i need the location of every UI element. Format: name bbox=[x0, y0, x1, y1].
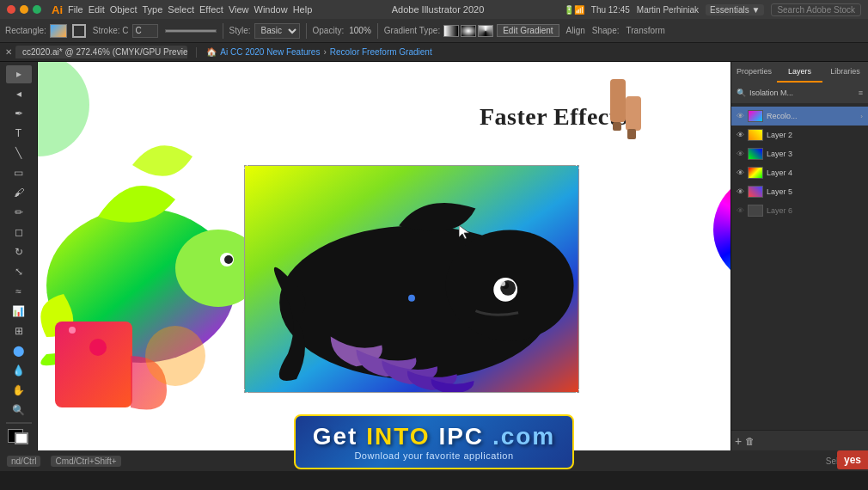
layer-2-visibility-icon[interactable]: 👁 bbox=[737, 131, 744, 139]
svg-rect-16 bbox=[55, 322, 132, 407]
direct-selection-tool[interactable]: ◂ bbox=[6, 85, 32, 103]
window-controls[interactable] bbox=[7, 5, 41, 14]
svg-point-15 bbox=[408, 295, 415, 302]
rotate-tool[interactable]: ↻ bbox=[6, 243, 32, 261]
menu-window[interactable]: Window bbox=[254, 4, 288, 15]
scale-tool[interactable]: ⤡ bbox=[6, 263, 32, 281]
layer-item-2[interactable]: 👁 Layer 2 bbox=[731, 126, 868, 144]
maximize-button[interactable] bbox=[33, 5, 41, 14]
user-name: Martin Perhiniak bbox=[637, 5, 699, 15]
layer-5-thumbnail bbox=[748, 186, 763, 198]
edit-gradient-button[interactable]: Edit Gradient bbox=[497, 24, 559, 37]
style-dropdown[interactable]: Basic bbox=[254, 23, 300, 39]
svg-rect-2 bbox=[627, 129, 636, 139]
status-bar: nd/Ctrl Cmd/Ctrl+Shift+ Selection bbox=[0, 450, 868, 471]
menu-object[interactable]: Object bbox=[110, 4, 138, 15]
titlebar: Ai File Edit Object Type Select Effect V… bbox=[0, 0, 868, 19]
layer-item-6[interactable]: 👁 Layer 6 bbox=[731, 201, 868, 220]
active-tab[interactable]: cc2020.ai* @ 272.46% (CMYK/GPU Preview) bbox=[15, 46, 187, 58]
selection-tool[interactable]: ▸ bbox=[6, 65, 32, 83]
separator-1 bbox=[223, 23, 223, 39]
minimize-button[interactable] bbox=[20, 5, 28, 14]
color-swatches[interactable] bbox=[6, 427, 32, 447]
brush-tool[interactable]: 🖌 bbox=[6, 184, 32, 202]
delete-layer-icon[interactable]: 🗑 bbox=[745, 436, 755, 446]
type-tool[interactable]: T bbox=[6, 125, 32, 143]
search-stock-input[interactable]: Search Adobe Stock bbox=[771, 3, 861, 16]
svg-rect-0 bbox=[610, 79, 626, 122]
tab-libraries[interactable]: Libraries bbox=[822, 62, 868, 83]
menu-file[interactable]: File bbox=[68, 4, 83, 15]
layers-footer: + 🗑 bbox=[731, 430, 868, 450]
whale-gradient-background bbox=[245, 166, 578, 392]
graph-tool[interactable]: 📊 bbox=[6, 302, 32, 320]
hand-tool[interactable]: ✋ bbox=[6, 381, 32, 399]
titlebar-right: 🔋📶 Thu 12:45 Martin Perhiniak Essentials… bbox=[564, 3, 861, 16]
style-label: Style: bbox=[229, 26, 251, 35]
svg-point-18 bbox=[69, 327, 76, 334]
gradient-tool[interactable]: ⬤ bbox=[6, 341, 32, 359]
tab-layers[interactable]: Layers bbox=[777, 62, 822, 83]
menu-help[interactable]: Help bbox=[293, 4, 313, 15]
opacity-label: Opacity: bbox=[313, 26, 345, 35]
layers-options-icon[interactable]: ≡ bbox=[859, 89, 863, 97]
breadcrumb-2[interactable]: Recolor Freeform Gradient bbox=[330, 47, 432, 57]
layer-visibility-icon[interactable]: 👁 bbox=[737, 112, 744, 120]
close-button[interactable] bbox=[7, 5, 15, 14]
layer-5-visibility-icon[interactable]: 👁 bbox=[737, 187, 744, 196]
freeform-gradient-btn[interactable] bbox=[478, 25, 493, 37]
eyedropper-tool[interactable]: 💧 bbox=[6, 361, 32, 379]
system-icons: 🔋📶 bbox=[564, 5, 584, 15]
layer-6-visibility-icon[interactable]: 👁 bbox=[737, 206, 744, 215]
zoom-tool[interactable]: 🔍 bbox=[6, 401, 32, 419]
layer-2-thumbnail bbox=[748, 129, 763, 141]
layer-item-5[interactable]: 👁 Layer 5 bbox=[731, 182, 868, 201]
main-area: ▸ ◂ ✒ T ╲ ▭ 🖌 ✏ ◻ ↻ ⤡ ≈ 📊 ⊞ ⬤ 💧 ✋ 🔍 Fast… bbox=[0, 62, 868, 450]
canvas-area[interactable]: Faster Effects bbox=[38, 62, 730, 450]
menu-effect[interactable]: Effect bbox=[199, 4, 223, 15]
mesh-tool[interactable]: ⊞ bbox=[6, 322, 32, 340]
layer-4-thumbnail bbox=[748, 167, 763, 179]
stroke-swatch[interactable] bbox=[72, 24, 86, 38]
layer-6-thumbnail bbox=[748, 205, 763, 217]
add-layer-icon[interactable]: + bbox=[735, 434, 742, 448]
tab-properties[interactable]: Properties bbox=[731, 62, 777, 83]
fill-swatch[interactable] bbox=[50, 24, 67, 38]
essentials-dropdown[interactable]: Essentials ▼ bbox=[706, 4, 764, 15]
menu-view[interactable]: View bbox=[229, 4, 249, 15]
linear-gradient-btn[interactable] bbox=[443, 25, 459, 37]
stroke-indicator[interactable] bbox=[15, 432, 28, 444]
warp-tool[interactable]: ≈ bbox=[6, 282, 32, 300]
toolbar-divider bbox=[6, 422, 32, 424]
separator-2 bbox=[306, 23, 307, 39]
canvas-content: Faster Effects bbox=[38, 62, 730, 450]
layer-4-visibility-icon[interactable]: 👁 bbox=[737, 168, 744, 177]
layer-item-3[interactable]: 👁 Layer 3 bbox=[731, 144, 868, 163]
breadcrumb-separator: › bbox=[323, 47, 326, 57]
tools-panel: ▸ ◂ ✒ T ╲ ▭ 🖌 ✏ ◻ ↻ ⤡ ≈ 📊 ⊞ ⬤ 💧 ✋ 🔍 bbox=[0, 62, 38, 450]
eraser-tool[interactable]: ◻ bbox=[6, 224, 32, 242]
pencil-tool[interactable]: ✏ bbox=[6, 204, 32, 222]
layer-3-visibility-icon[interactable]: 👁 bbox=[737, 150, 744, 158]
layers-search-icon: 🔍 bbox=[737, 89, 746, 97]
pen-tool[interactable]: ✒ bbox=[6, 105, 32, 123]
breadcrumb-1[interactable]: Ai CC 2020 New Features bbox=[220, 47, 320, 57]
close-tab-icon[interactable]: ✕ bbox=[5, 47, 12, 57]
menu-select[interactable]: Select bbox=[168, 4, 194, 15]
layers-panel-label: Isolation M... bbox=[749, 89, 855, 97]
line-tool[interactable]: ╲ bbox=[6, 144, 32, 162]
figure-decoration bbox=[593, 70, 662, 139]
svg-point-19 bbox=[89, 339, 107, 356]
shape-tool[interactable]: ▭ bbox=[6, 164, 32, 182]
layer-item-4[interactable]: 👁 Layer 4 bbox=[731, 163, 868, 182]
keyboard-shortcut-2: Cmd/Ctrl+Shift+ bbox=[51, 456, 120, 467]
gradient-whale-selection[interactable] bbox=[244, 165, 579, 393]
radial-gradient-btn[interactable] bbox=[461, 25, 476, 37]
stroke-input[interactable] bbox=[132, 24, 158, 38]
layer-item-recolo[interactable]: 👁 Recolo... › bbox=[731, 107, 868, 126]
menu-edit[interactable]: Edit bbox=[89, 4, 105, 15]
yes-badge: yes bbox=[837, 450, 868, 469]
menu-type[interactable]: Type bbox=[143, 4, 163, 15]
right-panel: Properties Layers Libraries 🔍 Isolation … bbox=[730, 62, 868, 450]
panel-tabs: Properties Layers Libraries bbox=[731, 62, 868, 83]
